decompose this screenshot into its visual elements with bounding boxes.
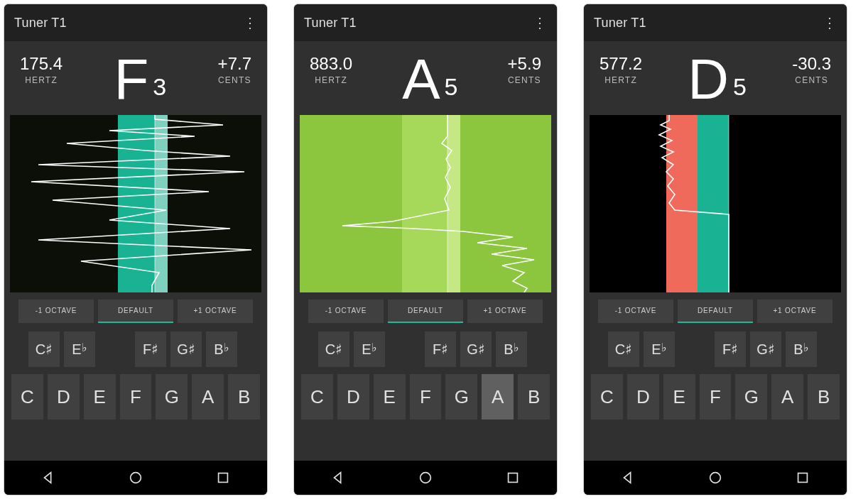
note-key-F[interactable]: F	[410, 374, 442, 420]
accidental-row: C♯E♭F♯G♯B♭	[584, 331, 847, 367]
svg-rect-3	[509, 473, 518, 483]
note-key-A[interactable]: A	[192, 374, 224, 420]
hertz-value: 175.4	[20, 54, 63, 74]
note-key-Gsharp[interactable]: G♯	[460, 331, 492, 367]
svg-point-2	[421, 473, 431, 483]
more-menu-icon[interactable]: ⋮	[533, 16, 547, 30]
hertz-block: 577.2HERTZ	[600, 54, 642, 85]
octave-minus-button[interactable]: -1 OCTAVE	[18, 300, 94, 323]
octave-plus-button[interactable]: +1 OCTAVE	[178, 300, 253, 323]
pitch-graph	[10, 115, 261, 292]
note-key-D[interactable]: D	[627, 374, 659, 420]
back-icon[interactable]	[330, 470, 346, 486]
note-key-A[interactable]: A	[482, 374, 514, 420]
note-key-Fsharp[interactable]: F♯	[135, 331, 166, 367]
pitch-graph	[590, 115, 841, 292]
cents-value: +7.7	[218, 54, 251, 74]
cents-block: -30.3CENTS	[792, 54, 831, 85]
note-letter: F	[114, 54, 148, 105]
note-key-C[interactable]: C	[301, 374, 333, 420]
more-menu-icon[interactable]: ⋮	[243, 16, 257, 30]
tuning-readout: 175.4HERTZF3+7.7CENTS	[4, 41, 267, 115]
hertz-value: 577.2	[600, 54, 642, 74]
tolerance-band	[447, 115, 460, 292]
note-key-B[interactable]: B	[228, 374, 260, 420]
note-key-B[interactable]: B	[518, 374, 550, 420]
cents-label: CENTS	[508, 75, 541, 85]
note-key-Eflat[interactable]: E♭	[354, 331, 385, 367]
tolerance-band	[155, 115, 168, 292]
octave-plus-button[interactable]: +1 OCTAVE	[467, 300, 543, 323]
phone-frame: Tuner T1⋮175.4HERTZF3+7.7CENTS-1 OCTAVED…	[4, 4, 267, 495]
accidental-row: C♯E♭F♯G♯B♭	[4, 331, 267, 367]
note-key-F[interactable]: F	[700, 374, 732, 420]
note-key-Bflat[interactable]: B♭	[206, 331, 237, 367]
note-key-G[interactable]: G	[445, 374, 477, 420]
app-title: Tuner T1	[304, 16, 357, 31]
octave-plus-button[interactable]: +1 OCTAVE	[757, 300, 832, 323]
home-icon[interactable]	[418, 470, 433, 486]
note-key-A[interactable]: A	[771, 374, 803, 420]
note-key-Bflat[interactable]: B♭	[496, 331, 527, 367]
more-menu-icon[interactable]: ⋮	[823, 16, 837, 30]
note-key-Eflat[interactable]: E♭	[644, 331, 675, 367]
android-nav-bar	[294, 461, 557, 495]
svg-point-4	[710, 473, 721, 483]
recents-icon[interactable]	[795, 470, 810, 486]
note-key-G[interactable]: G	[156, 374, 188, 420]
app-bar: Tuner T1⋮	[584, 4, 847, 41]
note-key-Eflat[interactable]: E♭	[64, 331, 95, 367]
home-icon[interactable]	[707, 470, 723, 486]
note-key-E[interactable]: E	[663, 374, 695, 420]
note-key-Csharp[interactable]: C♯	[28, 331, 60, 367]
cents-value: +5.9	[508, 54, 541, 74]
note-key-C[interactable]: C	[591, 374, 623, 420]
note-key-B[interactable]: B	[808, 374, 840, 420]
octave-minus-button[interactable]: -1 OCTAVE	[598, 300, 673, 323]
phone-frame: Tuner T1⋮577.2HERTZD5-30.3CENTS-1 OCTAVE…	[584, 4, 847, 495]
back-icon[interactable]	[40, 470, 56, 486]
hertz-label: HERTZ	[600, 75, 642, 85]
recents-icon[interactable]	[215, 470, 231, 486]
note-key-C[interactable]: C	[11, 374, 43, 420]
note-letter: D	[688, 54, 729, 105]
note-key-Gsharp[interactable]: G♯	[750, 331, 781, 367]
app-title: Tuner T1	[14, 16, 67, 31]
svg-rect-5	[798, 473, 808, 483]
note-key-Csharp[interactable]: C♯	[608, 331, 639, 367]
note-key-Gsharp[interactable]: G♯	[170, 331, 202, 367]
note-key-F[interactable]: F	[120, 374, 152, 420]
natural-row: CDEFGAB	[584, 374, 847, 420]
note-key-D[interactable]: D	[337, 374, 369, 420]
octave-minus-button[interactable]: -1 OCTAVE	[308, 300, 384, 323]
note-key-E[interactable]: E	[84, 374, 116, 420]
hertz-value: 883.0	[310, 54, 352, 74]
note-letter: A	[402, 54, 440, 105]
accidental-row: C♯E♭F♯G♯B♭	[294, 331, 557, 367]
home-icon[interactable]	[128, 470, 143, 486]
hertz-block: 883.0HERTZ	[310, 54, 352, 85]
note-key-G[interactable]: G	[735, 374, 767, 420]
phone-frame: Tuner T1⋮883.0HERTZA5+5.9CENTS-1 OCTAVED…	[294, 4, 557, 495]
note-key-E[interactable]: E	[374, 374, 406, 420]
app-bar: Tuner T1⋮	[294, 4, 557, 41]
tuning-readout: 577.2HERTZD5-30.3CENTS	[584, 41, 847, 115]
octave-default-button[interactable]: DEFAULT	[388, 300, 463, 323]
note-key-Bflat[interactable]: B♭	[786, 331, 817, 367]
octave-default-button[interactable]: DEFAULT	[98, 300, 173, 323]
note-key-Fsharp[interactable]: F♯	[425, 331, 456, 367]
tolerance-band	[118, 115, 155, 292]
android-nav-bar	[584, 461, 847, 495]
back-icon[interactable]	[620, 470, 636, 486]
note-key-Csharp[interactable]: C♯	[318, 331, 349, 367]
android-nav-bar	[4, 461, 267, 495]
natural-row: CDEFGAB	[294, 374, 557, 420]
note-key-D[interactable]: D	[48, 374, 80, 420]
svg-point-0	[131, 473, 141, 483]
app-title: Tuner T1	[594, 16, 646, 31]
cents-label: CENTS	[218, 75, 251, 85]
octave-default-button[interactable]: DEFAULT	[678, 300, 753, 323]
recents-icon[interactable]	[505, 470, 521, 486]
octave-button-row: -1 OCTAVEDEFAULT+1 OCTAVE	[294, 292, 557, 331]
note-key-Fsharp[interactable]: F♯	[715, 331, 746, 367]
